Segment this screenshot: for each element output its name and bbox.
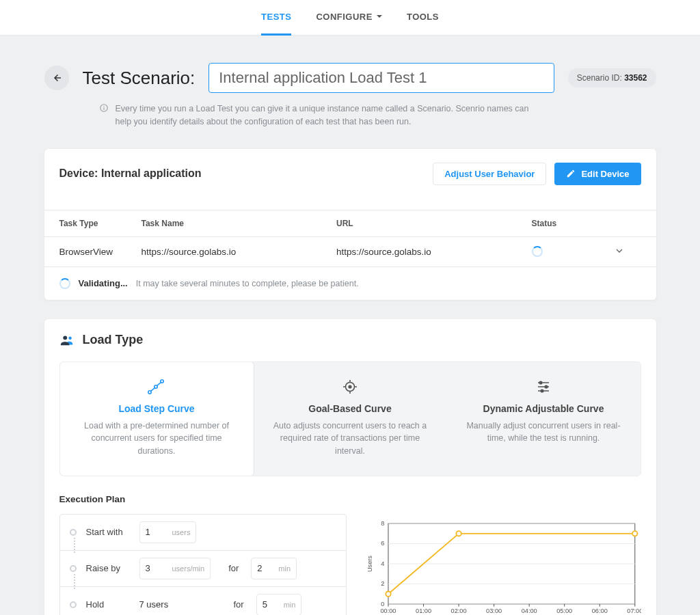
- svg-point-11: [545, 385, 548, 388]
- svg-point-5: [148, 390, 151, 393]
- adjust-user-behavior-button[interactable]: Adjust User Behavior: [433, 163, 546, 185]
- status-spinner-icon: [532, 246, 543, 257]
- hold-computed: 7 users: [139, 599, 216, 610]
- svg-text:0: 0: [381, 600, 384, 607]
- info-icon: [99, 103, 109, 113]
- device-label-prefix: Device:: [59, 167, 101, 179]
- raise-for-input[interactable]: [252, 563, 272, 573]
- chevron-down-icon: [614, 245, 625, 256]
- load-type-goal-title: Goal-Based Curve: [266, 403, 435, 414]
- load-type-step-desc: Load with a pre-determined number of con…: [72, 420, 241, 458]
- load-type-step-curve[interactable]: Load Step Curve Load with a pre-determin…: [59, 361, 254, 476]
- svg-text:07:00: 07:00: [627, 607, 641, 614]
- svg-text:8: 8: [381, 520, 384, 527]
- cell-task-type: BrowserView: [59, 247, 142, 257]
- load-type-step-title: Load Step Curve: [72, 403, 241, 414]
- bullet-icon: [70, 565, 77, 572]
- execution-plan-heading: Execution Plan: [59, 494, 641, 504]
- load-type-dynamic[interactable]: Dynamic Adjustable Curve Manually adjust…: [447, 362, 641, 476]
- load-type-heading: Load Type: [59, 333, 641, 348]
- svg-point-40: [386, 591, 390, 596]
- back-button[interactable]: [44, 66, 69, 90]
- load-type-goal-desc: Auto adjusts concurrent users to reach a…: [266, 420, 435, 458]
- nav-tab-configure[interactable]: CONFIGURE: [316, 0, 382, 36]
- nav-tab-tools[interactable]: TOOLS: [407, 0, 439, 36]
- edit-device-button[interactable]: Edit Device: [554, 163, 641, 185]
- svg-text:00:00: 00:00: [380, 607, 396, 614]
- plan-row-raise: Raise by users/min for min: [60, 551, 346, 587]
- validating-hint: It may take several minutes to complete,…: [136, 279, 359, 288]
- hint-text: Every time you run a Load Test you can g…: [116, 102, 537, 128]
- svg-text:01:00: 01:00: [416, 607, 431, 614]
- chevron-down-icon: [377, 15, 382, 20]
- svg-text:03:00: 03:00: [486, 607, 502, 614]
- title-bar: Test Scenario: Scenario ID: 33562: [44, 63, 656, 93]
- raise-users-unit: users/min: [166, 564, 211, 573]
- users-icon: [59, 333, 75, 348]
- svg-text:02:00: 02:00: [450, 607, 466, 614]
- target-icon: [342, 379, 358, 395]
- hold-for-input[interactable]: [257, 599, 278, 610]
- hint-row: Every time you run a Load Test you can g…: [99, 102, 537, 128]
- th-url: URL: [336, 219, 532, 228]
- nav-tab-configure-label: CONFIGURE: [316, 12, 373, 22]
- th-status: Status: [532, 219, 614, 228]
- raise-for-unit: min: [272, 564, 296, 573]
- plan-start-label: Start with: [86, 527, 130, 537]
- nav-tab-tests[interactable]: TESTS: [261, 0, 291, 36]
- page-title: Test Scenario:: [83, 68, 196, 89]
- svg-point-9: [349, 385, 351, 388]
- pencil-icon: [566, 169, 576, 178]
- table-row: BrowserView https://source.golabs.io htt…: [44, 236, 656, 266]
- load-type-options: Load Step Curve Load with a pre-determin…: [59, 361, 641, 476]
- svg-text:6: 6: [381, 540, 384, 547]
- svg-point-41: [456, 531, 461, 536]
- step-curve-icon: [148, 379, 165, 395]
- svg-point-1: [103, 106, 104, 107]
- start-users-input-wrap: users: [139, 521, 197, 543]
- svg-point-4: [68, 336, 71, 339]
- hold-for-label: for: [234, 599, 244, 610]
- start-users-unit: users: [166, 528, 196, 536]
- svg-text:05:00: 05:00: [556, 607, 572, 614]
- load-type-goal-based[interactable]: Goal-Based Curve Auto adjusts concurrent…: [254, 362, 447, 476]
- load-type-dynamic-title: Dynamic Adjustable Curve: [459, 403, 628, 414]
- raise-users-input[interactable]: [140, 563, 166, 573]
- plan-row-start: Start with users: [60, 515, 346, 551]
- load-type-heading-text: Load Type: [83, 333, 144, 347]
- validating-spinner-icon: [59, 278, 70, 289]
- execution-chart: 0246800:0001:0002:0003:0004:0005:0006:00…: [364, 514, 641, 615]
- device-name: Internal application: [101, 167, 202, 179]
- hold-for-input-wrap: min: [256, 594, 302, 615]
- svg-point-3: [63, 336, 67, 340]
- svg-text:2: 2: [381, 580, 384, 587]
- validating-row: Validating... It may take several minute…: [44, 266, 656, 300]
- raise-for-label: for: [228, 563, 239, 573]
- device-table: Task Type Task Name URL Status BrowserVi…: [44, 210, 656, 300]
- hold-for-unit: min: [278, 601, 301, 609]
- plan-row-hold: Hold 7 users for min: [60, 587, 346, 615]
- table-header: Task Type Task Name URL Status: [44, 210, 656, 236]
- scenario-id-value: 33562: [624, 73, 647, 83]
- edit-device-label: Edit Device: [581, 169, 629, 179]
- start-users-input[interactable]: [140, 527, 166, 537]
- svg-point-10: [539, 381, 542, 384]
- svg-text:4: 4: [381, 560, 384, 567]
- svg-point-7: [161, 379, 163, 382]
- execution-plan: Start with users Raise by users/mi: [59, 514, 347, 615]
- bullet-icon: [70, 601, 77, 608]
- validating-label: Validating...: [79, 278, 128, 288]
- scenario-id-chip: Scenario ID: 33562: [568, 68, 656, 87]
- cell-url: https://source.golabs.io: [336, 247, 532, 257]
- arrow-left-icon: [51, 72, 63, 84]
- svg-point-42: [632, 531, 637, 536]
- device-card: Device: Internal application Adjust User…: [44, 149, 656, 300]
- plan-hold-label: Hold: [86, 599, 130, 610]
- row-expand-button[interactable]: [614, 245, 641, 258]
- svg-point-12: [541, 390, 543, 392]
- load-type-card: Load Type Load Step Curve Load with a pr…: [44, 319, 656, 616]
- scenario-name-input[interactable]: [208, 63, 554, 93]
- svg-text:06:00: 06:00: [591, 607, 607, 614]
- sliders-icon: [535, 379, 552, 395]
- th-task-type: Task Type: [59, 219, 142, 228]
